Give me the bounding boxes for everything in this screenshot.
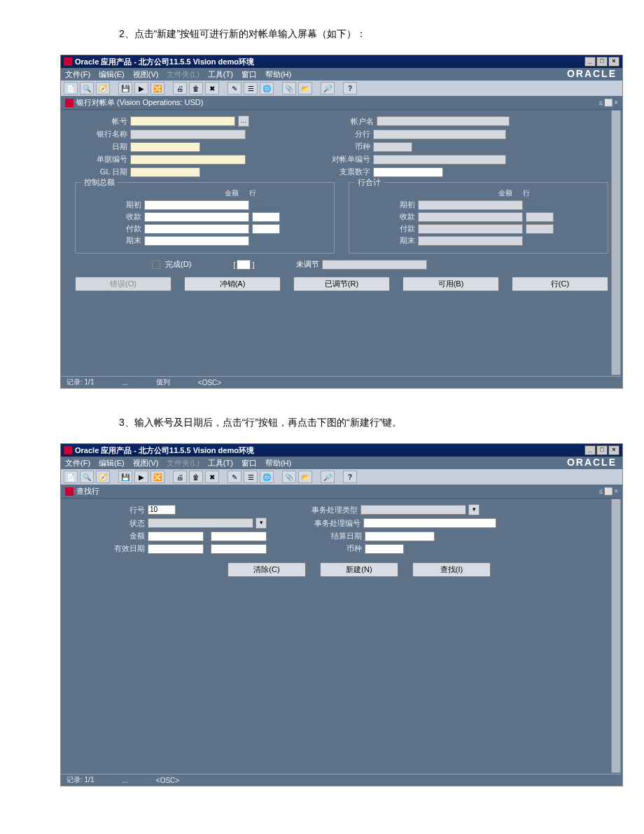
toolbar-clear-icon[interactable]: 🗑 — [189, 82, 203, 95]
close-icon[interactable]: × — [608, 57, 620, 67]
account-no-lov-button[interactable]: … — [238, 116, 249, 127]
status-dropdown-icon[interactable]: ▾ — [255, 517, 267, 529]
menu-tools[interactable]: 工具(T) — [208, 69, 233, 80]
toolbar-folder-icon[interactable]: 📂 — [298, 82, 312, 95]
check-digits-field[interactable] — [373, 167, 443, 177]
menu-window[interactable]: 窗口 — [241, 69, 257, 80]
payments-line-r-field[interactable] — [526, 224, 554, 234]
find-button[interactable]: 查找(I) — [412, 562, 491, 577]
payments-amount-l-field[interactable] — [144, 224, 249, 234]
eff-date-to-field[interactable] — [211, 544, 267, 554]
settle-date-field[interactable] — [365, 531, 435, 541]
trx-type-field[interactable] — [360, 505, 465, 515]
menu-edit[interactable]: 编辑(E) — [99, 69, 125, 80]
amount-to-field[interactable] — [211, 531, 267, 541]
eff-date-from-field[interactable] — [148, 544, 204, 554]
currency-field-2[interactable] — [365, 544, 404, 554]
inner-close-icon[interactable]: × — [614, 487, 618, 495]
stmt-no-field[interactable] — [373, 155, 506, 165]
toolbar-print-icon[interactable]: 🖨 — [173, 82, 187, 95]
inner-max-icon[interactable]: ⬜ — [604, 99, 612, 106]
date-field[interactable] — [130, 142, 200, 152]
toolbar-zoom-icon[interactable]: 🔎 — [321, 471, 335, 483]
toolbar-help-icon[interactable]: ? — [343, 82, 357, 95]
errors-button[interactable]: 错误(O) — [75, 277, 172, 291]
unreconciled-field[interactable] — [322, 260, 427, 270]
toolbar-delete-icon[interactable]: ✖ — [205, 82, 219, 95]
maximize-icon[interactable]: □ — [596, 445, 608, 455]
menu-folder[interactable]: 文件夹(L) — [167, 69, 199, 80]
closing-amount-l-field[interactable] — [144, 236, 249, 246]
inner-min-icon[interactable]: ≤ — [599, 99, 603, 106]
amount-from-field[interactable] — [148, 531, 204, 541]
receipts-amount-l-field[interactable] — [144, 212, 249, 222]
branch-field[interactable] — [373, 130, 506, 139]
reconciled-button[interactable]: 已调节(R) — [293, 277, 390, 291]
inner-min-icon[interactable]: ≤ — [599, 487, 603, 495]
account-no-field[interactable] — [130, 116, 235, 126]
lines-button[interactable]: 行(C) — [512, 277, 608, 291]
toolbar-translate-icon[interactable]: 🌐 — [260, 82, 274, 95]
complete-checkbox[interactable] — [152, 260, 160, 269]
toolbar-attach-icon[interactable]: 📎 — [282, 82, 296, 95]
menu-view[interactable]: 视图(V) — [133, 458, 159, 468]
toolbar-attach-icon[interactable]: 📎 — [282, 471, 296, 483]
toolbar-nav-icon[interactable]: 🧭 — [96, 471, 110, 483]
bank-name-field[interactable] — [130, 130, 246, 139]
status-field[interactable] — [148, 518, 253, 528]
new-button[interactable]: 新建(N) — [320, 562, 398, 577]
minimize-icon[interactable]: _ — [584, 445, 596, 455]
menu-tools[interactable]: 工具(T) — [208, 458, 233, 468]
menu-help[interactable]: 帮助(H) — [265, 458, 291, 468]
payments-line-l-field[interactable] — [252, 224, 280, 234]
toolbar-edit-icon[interactable]: ✎ — [227, 82, 241, 95]
close-icon[interactable]: × — [608, 445, 620, 455]
receipts-line-l-field[interactable] — [252, 212, 280, 222]
doc-no-field[interactable] — [130, 155, 246, 165]
gl-date-field[interactable] — [130, 167, 200, 177]
scrollbar-vertical[interactable] — [611, 110, 621, 375]
toolbar-translate-icon[interactable]: 🌐 — [260, 471, 274, 483]
toolbar-find-icon[interactable]: 🔍 — [80, 82, 94, 95]
toolbar-next-icon[interactable]: ▶ — [134, 82, 148, 95]
dff-box[interactable]: [] — [233, 260, 254, 270]
menu-edit[interactable]: 编辑(E) — [99, 458, 125, 468]
menu-help[interactable]: 帮助(H) — [265, 69, 291, 80]
toolbar-new-icon[interactable]: 📄 — [64, 82, 78, 95]
toolbar-switch-icon[interactable]: 🔀 — [150, 82, 164, 95]
toolbar-lov-icon[interactable]: ☰ — [244, 82, 258, 95]
reversal-button[interactable]: 冲销(A) — [184, 277, 281, 291]
toolbar-help-icon[interactable]: ? — [343, 471, 357, 483]
toolbar-edit-icon[interactable]: ✎ — [227, 471, 241, 483]
menu-file[interactable]: 文件(F) — [65, 458, 90, 468]
toolbar-switch-icon[interactable]: 🔀 — [150, 471, 164, 483]
currency-field[interactable] — [373, 142, 412, 152]
menu-file[interactable]: 文件(F) — [65, 69, 90, 80]
receipts-amount-r-field[interactable] — [418, 212, 523, 222]
toolbar-save-icon[interactable]: 💾 — [118, 82, 132, 95]
toolbar-next-icon[interactable]: ▶ — [134, 471, 148, 483]
toolbar-nav-icon[interactable]: 🧭 — [96, 82, 110, 95]
line-no-field[interactable]: 10 — [148, 505, 176, 515]
available-button[interactable]: 可用(B) — [402, 277, 499, 291]
receipts-line-r-field[interactable] — [526, 212, 554, 222]
toolbar-delete-icon[interactable]: ✖ — [205, 471, 219, 483]
closing-amount-r-field[interactable] — [418, 236, 523, 246]
menu-window[interactable]: 窗口 — [241, 458, 257, 468]
trx-no-field[interactable] — [363, 518, 496, 528]
opening-amount-r-field[interactable] — [418, 200, 523, 210]
minimize-icon[interactable]: _ — [584, 57, 596, 67]
toolbar-print-icon[interactable]: 🖨 — [173, 471, 187, 483]
payments-amount-r-field[interactable] — [418, 224, 523, 234]
maximize-icon[interactable]: □ — [596, 57, 608, 67]
toolbar-lov-icon[interactable]: ☰ — [244, 471, 258, 483]
toolbar-new-icon[interactable]: 📄 — [64, 471, 78, 483]
inner-close-icon[interactable]: × — [614, 99, 618, 106]
toolbar-clear-icon[interactable]: 🗑 — [189, 471, 203, 483]
clear-button[interactable]: 清除(C) — [227, 562, 306, 577]
toolbar-find-icon[interactable]: 🔍 — [80, 471, 94, 483]
trx-type-dropdown-icon[interactable]: ▾ — [468, 504, 479, 515]
opening-amount-l-field[interactable] — [144, 200, 249, 210]
toolbar-save-icon[interactable]: 💾 — [118, 471, 132, 483]
scrollbar-vertical-2[interactable] — [611, 499, 621, 773]
